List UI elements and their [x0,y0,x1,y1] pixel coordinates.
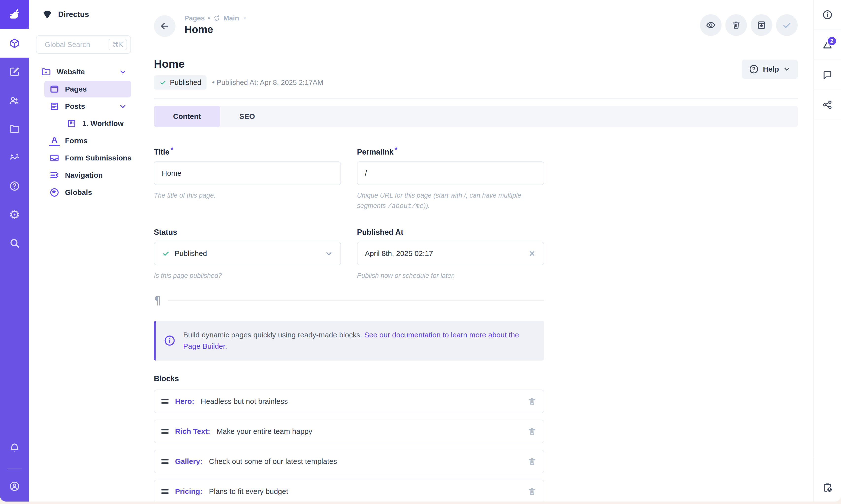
tab-content[interactable]: Content [154,106,220,127]
comment-icon [822,69,833,80]
app-window: ⚙ Directus ⌘K [0,0,841,502]
clear-icon[interactable] [528,249,536,258]
module-search[interactable] [0,229,29,257]
global-search[interactable]: ⌘K [36,35,131,54]
edit-icon [9,66,20,77]
remove-block-button[interactable] [527,487,537,496]
project-row[interactable]: Directus [29,0,138,29]
nav-item-pages[interactable]: Pages [44,81,131,97]
kanban-icon [67,119,77,129]
notifications-panel-button[interactable]: 2 [814,30,841,60]
drag-handle-icon[interactable] [161,489,169,494]
inbox-icon [49,153,59,163]
nav-section-website[interactable]: Website [36,64,131,80]
rail-divider [7,469,22,469]
block-row-hero[interactable]: Hero: Headless but not brainless [154,390,544,413]
drag-handle-icon[interactable] [161,399,169,403]
remove-block-button[interactable] [527,397,537,406]
globe-icon [49,187,59,198]
back-button[interactable] [154,15,176,37]
nav-item-posts[interactable]: Posts [44,98,131,115]
module-files[interactable] [0,115,29,143]
field-published-at: Published At April 8th, 2025 02:17 Publi… [357,228,544,281]
module-users[interactable] [0,86,29,115]
header-actions [700,14,798,36]
nav-item-navigation[interactable]: Navigation [44,167,131,184]
trash-icon [731,20,741,30]
chevron-down-icon[interactable] [119,102,127,110]
editor-divider: ¶ [154,294,544,307]
delete-button[interactable] [725,14,747,36]
form-row-1: Title* The title of this page. Permalink… [154,146,544,212]
module-help[interactable] [0,172,29,200]
rabbit-logo-icon [7,7,22,22]
tab-label: Content [173,112,201,121]
trash-icon [527,397,537,406]
user-menu-button[interactable] [0,475,29,497]
gear-icon: ⚙ [9,208,20,221]
eye-icon [705,20,716,30]
save-button[interactable] [776,14,798,36]
block-type: Gallery: [175,457,203,466]
share-panel-button[interactable] [814,90,841,120]
block-title: Make your entire team happy [217,427,521,436]
status-badge-label: Published [170,78,201,87]
comments-panel-button[interactable] [814,60,841,90]
chevron-down-icon[interactable] [119,68,127,76]
nav-item-forms[interactable]: A Forms [44,132,131,149]
block-type: Rich Text: [175,427,210,436]
search-shortcut-badge: ⌘K [109,39,127,50]
permalink-input[interactable] [365,169,536,177]
pilcrow-icon: ¶ [154,294,161,307]
check-icon [782,20,792,30]
menu-list-icon [49,170,59,180]
remove-block-button[interactable] [527,427,537,436]
directus-logo[interactable] [0,0,29,29]
tab-seo[interactable]: SEO [220,106,274,127]
nav-label: Website [57,68,113,76]
breadcrumb-collection[interactable]: Pages [184,14,205,22]
block-row-rich-text[interactable]: Rich Text: Make your entire team happy [154,419,544,443]
field-permalink: Permalink* Unique URL for this page (sta… [357,146,544,212]
module-settings[interactable]: ⚙ [0,200,29,229]
trash-icon [527,487,537,496]
status-select[interactable]: Published [154,242,341,265]
module-editor[interactable] [0,58,29,86]
revisions-panel-button[interactable] [814,458,841,502]
cube-icon [9,38,20,49]
nav-item-form-submissions[interactable]: Form Submissions [44,150,131,166]
page-head: Home Published • Published At: Apr 8, 20… [154,58,798,90]
module-insights[interactable] [0,143,29,172]
published-at-input[interactable]: April 8th, 2025 02:17 [357,242,544,265]
field-status: Status Published Is this page published? [154,228,341,281]
header-divider [154,98,798,99]
nav-label: Posts [65,102,113,110]
block-title: Check out some of our latest templates [209,457,521,466]
right-sidebar: 2 [813,0,841,502]
info-panel-button[interactable] [814,0,841,30]
drag-handle-icon[interactable] [161,429,169,434]
nav-item-globals[interactable]: Globals [44,184,131,201]
nav-item-workflow[interactable]: 1. Workflow [61,115,131,132]
share-icon [822,100,833,110]
remove-block-button[interactable] [527,457,537,466]
help-icon [9,180,20,192]
bell-icon [9,442,20,453]
breadcrumb[interactable]: Pages • Main [184,14,700,22]
search-input[interactable] [45,41,105,49]
help-button[interactable]: Help [742,59,798,79]
preview-button[interactable] [700,14,721,36]
title-input[interactable] [162,169,333,177]
block-row-gallery[interactable]: Gallery: Check out some of our latest te… [154,450,544,473]
field-label: Published At [357,228,544,237]
field-label: Permalink* [357,146,544,157]
notifications-button[interactable] [0,434,29,462]
archive-button[interactable] [751,14,772,36]
notification-count-badge: 2 [827,36,837,46]
drag-handle-icon[interactable] [161,459,169,464]
module-content[interactable] [0,29,29,58]
users-icon [9,95,20,106]
block-row-pricing[interactable]: Pricing: Plans to fit every budget [154,480,544,502]
breadcrumb-version[interactable]: Main [223,14,239,22]
folder-star-icon [41,67,51,77]
